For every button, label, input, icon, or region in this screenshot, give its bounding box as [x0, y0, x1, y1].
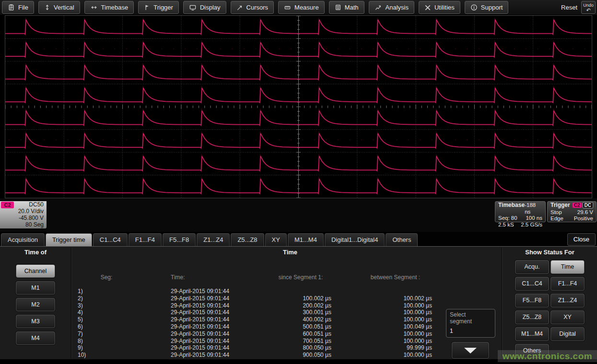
menu-vertical-button[interactable]: Vertical [38, 1, 80, 14]
menu-item-label: Display [200, 4, 221, 11]
status-time-button[interactable]: Time [550, 260, 585, 274]
undo-button[interactable]: Undo ↶ [581, 1, 596, 14]
dialog-content: Time of Time Show Status For ChannelM1M2… [0, 247, 597, 359]
watermark-text: www.cntronics.com [503, 351, 592, 362]
seg-cell: 8) [73, 338, 140, 345]
since-segment-cell: 200.002 µs [255, 302, 346, 309]
menu-support-button[interactable]: Support [465, 1, 509, 14]
seg-cell: 1) [73, 288, 140, 295]
since-segment-cell: 100.002 µs [255, 295, 346, 302]
tab-z5-z8[interactable]: Z5...Z8 [231, 233, 264, 246]
divider-left [71, 248, 72, 358]
menu-utilities-button[interactable]: Utilities [419, 1, 460, 14]
seg-cell: 6) [73, 323, 140, 330]
graticule-and-trace [5, 16, 592, 198]
table-row: 6)29-April-2015 09:01:44500.051 µs100.04… [73, 323, 445, 330]
waveform-display[interactable] [5, 15, 592, 198]
since-segment-cell: 500.051 µs [255, 323, 346, 330]
status-f5-f8-button[interactable]: F5...F8 [515, 294, 549, 307]
cursors-icon [236, 4, 243, 11]
time-of-m4-button[interactable]: M4 [16, 331, 55, 345]
column-header: since Segment 1: [255, 273, 346, 281]
table-row: 4)29-April-2015 09:01:44300.001 µs100.00… [73, 309, 445, 316]
menu-item-label: Vertical [54, 4, 74, 11]
trigger-source-badge: C2 [573, 203, 582, 208]
column-header: between Segment : [346, 273, 445, 281]
column-header: Time: [140, 273, 255, 281]
menu-item-label: Math [345, 4, 359, 11]
seg-cell: 4) [73, 309, 140, 316]
select-segment-field[interactable]: Select segment 1 [446, 309, 495, 338]
channel-scale: 20.0 V/div [18, 208, 44, 215]
status-m1-m4-button[interactable]: M1...M4 [515, 327, 549, 341]
tab-f5-f8[interactable]: F5...F8 [163, 233, 196, 246]
status-digital-button[interactable]: Digital [550, 327, 585, 341]
close-button[interactable]: Close [567, 233, 596, 246]
tab-c1-c4[interactable]: C1...C4 [93, 233, 128, 246]
menu-cursors-button[interactable]: Cursors [231, 1, 274, 14]
since-segment-cell: 600.051 µs [255, 330, 346, 338]
menu-right: Reset Undo ↶ [561, 1, 597, 14]
menu-measure-button[interactable]: Measure [278, 1, 325, 14]
time-cell: 29-April-2015 09:01:44 [140, 316, 255, 323]
tab-others[interactable]: Others [386, 233, 418, 246]
since-segment-cell: 900.050 µs [255, 352, 346, 359]
undo-arrow-icon: ↶ [582, 8, 595, 12]
tab-xy[interactable]: XY [265, 233, 287, 246]
vertical-icon [44, 4, 50, 11]
tab-strip: AcquisitionTrigger timeC1...C4F1...F4F5.… [0, 232, 597, 246]
since-segment-cell: 800.050 µs [255, 344, 346, 352]
status-acqu-button[interactable]: Acqu. [515, 260, 549, 274]
table-row: 3)29-April-2015 09:01:44200.002 µs100.00… [73, 302, 445, 309]
since-segment-cell: 700.051 µs [255, 338, 346, 345]
timebase-descriptor[interactable]: Timebase -188 ns Seq: 80 100 ns 2.5 kS 2… [495, 201, 546, 222]
status-z5-z8-button[interactable]: Z5...Z8 [515, 310, 549, 324]
menu-trigger-button[interactable]: Trigger [138, 1, 179, 14]
status-xy-button[interactable]: XY [550, 310, 585, 324]
timebase-title: Timebase [498, 202, 525, 215]
time-of-channel-button[interactable]: Channel [16, 264, 55, 278]
menu-analysis-button[interactable]: Analysis [369, 1, 414, 14]
status-f1-f4-button[interactable]: F1...F4 [550, 277, 585, 291]
channel-coupling: DC50 [18, 201, 44, 208]
between-segment-cell: 100.049 µs [346, 323, 445, 330]
table-row: 8)29-April-2015 09:01:44700.051 µs100.00… [73, 338, 445, 345]
menu-item-label: Utilities [434, 4, 455, 11]
trigger-descriptor[interactable]: Trigger C2DC Stop 29.6 V Edge Positive [547, 201, 597, 222]
between-segment-cell: 100.000 µs [346, 352, 445, 359]
menu-file-button[interactable]: File [2, 1, 34, 14]
reset-button[interactable]: Reset [561, 4, 577, 11]
menu-item-label: File [18, 4, 28, 11]
tab-f1-f4[interactable]: F1...F4 [129, 233, 162, 246]
tab-acquisition[interactable]: Acquisition [1, 233, 45, 246]
tab-digital1-digital4[interactable]: Digital1...Digital4 [325, 233, 385, 246]
tab-trigger-time[interactable]: Trigger time [46, 233, 92, 246]
channel-c2-descriptor[interactable]: C2 DC50 20.0 V/div -45.800 V 80 Seg [0, 201, 47, 228]
status-c1-c4-button[interactable]: C1...C4 [515, 277, 549, 291]
time-cell: 29-April-2015 09:01:44 [140, 338, 255, 345]
timebase-icon [90, 4, 98, 11]
timebase-per-div: 100 ns [526, 215, 542, 222]
trigger-icon [144, 4, 150, 11]
segment-down-button[interactable] [452, 342, 489, 359]
tab-m1-m4[interactable]: M1...M4 [288, 233, 324, 246]
time-of-m3-button[interactable]: M3 [16, 315, 55, 328]
menu-item-label: Measure [294, 4, 319, 11]
between-segment-cell: 100.000 µs [346, 330, 445, 338]
file-icon [8, 4, 15, 11]
show-status-panel: Acqu.TimeC1...C4F1...F4F5...F8Z1...Z4Z5.… [503, 247, 597, 359]
time-of-m1-button[interactable]: M1 [16, 281, 55, 295]
time-cell: 29-April-2015 09:01:44 [140, 295, 255, 302]
channel-segments: 80 Seg [18, 221, 44, 228]
channel-c2-readouts: DC50 20.0 V/div -45.800 V 80 Seg [18, 201, 44, 228]
menu-display-button[interactable]: Display [183, 1, 226, 14]
seg-cell: 5) [73, 316, 140, 323]
between-segment-cell: 100.000 µs [346, 338, 445, 345]
support-icon [470, 4, 478, 11]
tab-z1-z4[interactable]: Z1...Z4 [197, 233, 230, 246]
menu-math-button[interactable]: Math [329, 1, 364, 14]
time-of-m2-button[interactable]: M2 [16, 298, 55, 311]
status-z1-z4-button[interactable]: Z1...Z4 [550, 294, 585, 307]
time-cell: 29-April-2015 09:01:44 [140, 323, 255, 330]
menu-timebase-button[interactable]: Timebase [84, 1, 134, 14]
